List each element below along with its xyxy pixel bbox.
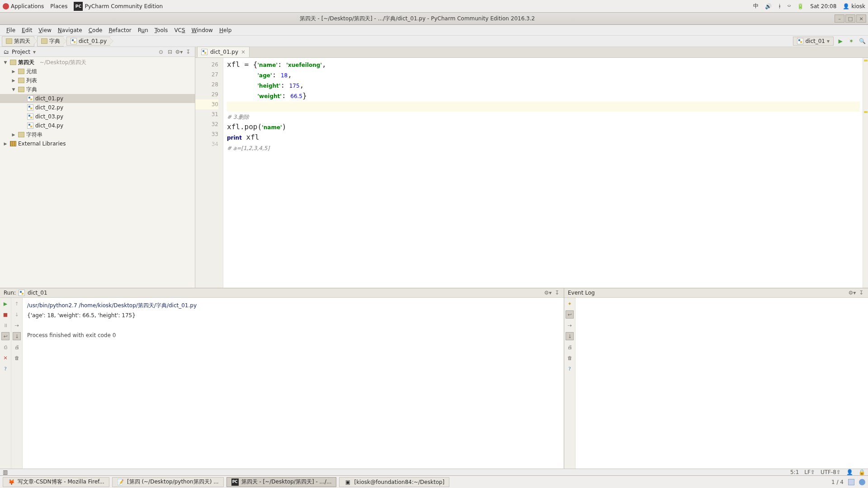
tree-folder-open[interactable]: ▼字典 [0,85,195,94]
workspace-indicator[interactable]: 1 / 4 [831,479,844,485]
chevron-down-icon[interactable]: ▾ [33,49,36,55]
places-menu[interactable]: Places [50,3,67,9]
balloon-icon[interactable]: ✦ [566,300,574,308]
applications-menu[interactable]: Applications [3,3,44,9]
menu-window[interactable]: Window [189,26,216,34]
menu-help[interactable]: Help [217,26,234,34]
run-header-label[interactable]: Run: [4,290,16,296]
tray-info-icon[interactable] [859,479,865,485]
print-icon[interactable]: 🖨 [566,343,574,351]
down-button[interactable]: ↓ [13,310,21,319]
tree-file[interactable]: dict_04.py [0,121,195,130]
menu-code[interactable]: Code [86,26,105,34]
pycharm-icon: PC [231,479,239,486]
menu-file[interactable]: File [4,26,18,34]
hide-icon[interactable]: ↧ [554,290,560,296]
event-log-label[interactable]: Event Log [568,290,595,296]
tree-folder[interactable]: ▶列表 [0,76,195,85]
search-everywhere[interactable]: 🔍 [858,37,866,45]
help-button[interactable]: ? [1,365,9,373]
user-menu[interactable]: 👤 kiosk [843,3,865,9]
crumb-folder[interactable]: 字典 [37,36,64,47]
menu-run[interactable]: Run [135,26,151,34]
hide-icon[interactable]: ↧ [858,290,864,296]
lock-icon[interactable]: 🔒 [859,469,865,475]
menu-view[interactable]: View [36,26,54,34]
window-minimize[interactable]: – [835,14,844,23]
gear-icon[interactable]: ⚙▾ [176,49,182,55]
run-config-select[interactable]: dict_01▾ [793,37,834,46]
clear-button[interactable]: 🗑 [13,354,21,362]
tree-folder[interactable]: ▶元组 [0,67,195,76]
menu-edit[interactable]: Edit [19,26,35,34]
tree-file[interactable]: dict_02.py [0,103,195,112]
terminal-icon: ▣ [344,479,351,486]
ime-indicator[interactable]: 中 [753,2,759,10]
menu-navigate[interactable]: Navigate [55,26,85,34]
menu-vcs[interactable]: VCS [171,26,188,34]
dump-threads[interactable]: ⎙ [1,343,9,351]
hide-icon[interactable]: ↧ [185,49,191,55]
file-encoding[interactable]: UTF-8⇧ [821,469,841,475]
console-output[interactable]: /usr/bin/python2.7 /home/kiosk/Desktop/第… [23,298,564,469]
run-config-name[interactable]: dict_01 [28,290,47,296]
menu-tools[interactable]: Tools [152,26,171,34]
tool-window-quick-access[interactable]: ▥ [3,469,8,475]
stop-button[interactable]: ■ [1,310,9,319]
battery-icon[interactable]: 🔋 [797,3,804,9]
soft-wrap-icon[interactable]: ↩ [566,310,574,319]
wrap-button[interactable]: ⇢ [13,321,21,329]
menu-refactor[interactable]: Refactor [106,26,134,34]
inspection-indicator[interactable]: 👤 [846,469,853,475]
warning-marker[interactable] [864,111,868,113]
warning-marker[interactable] [864,60,868,61]
crumb-root[interactable]: 第四天 [2,36,34,47]
project-header[interactable]: 🗂 Project ▾ ⊙ ⊟ ⚙▾ ↧ [0,47,195,57]
window-close[interactable]: × [856,14,866,23]
pycharm-taskbar-entry[interactable]: PCPyCharm Community Edition [74,2,163,11]
crumb-file[interactable]: dict_01.py [66,37,110,46]
caret-position[interactable]: 5:1 [790,469,799,475]
toggle-soft-wrap[interactable]: ↩ [1,332,9,340]
project-tool-window: 🗂 Project ▾ ⊙ ⊟ ⚙▾ ↧ ▼第四天 ~/Desktop/第四天 … [0,47,195,288]
debug-button[interactable]: ✶ [847,37,855,45]
show-desktop[interactable] [848,479,854,485]
line-gutter[interactable]: 262728293031323334 [195,58,223,288]
error-stripe[interactable] [863,58,868,288]
tree-folder[interactable]: ▶字符串 [0,130,195,139]
run-button[interactable]: ▶ [836,37,844,45]
pause-button[interactable]: ⏸ [1,321,9,329]
task-editor[interactable]: 📝[第四 (~/Desktop/python第四天) ... [112,477,224,487]
tree-file[interactable]: dict_03.py [0,112,195,121]
tree-root[interactable]: ▼第四天 ~/Desktop/第四天 [0,58,195,67]
scroll-icon[interactable]: ⤓ [566,332,574,340]
gear-icon[interactable]: ⚙▾ [545,290,551,296]
bluetooth-icon[interactable]: ᚼ [778,3,781,9]
code-editor[interactable]: 262728293031323334 xfl = {'name': 'xuefe… [195,58,868,288]
help-icon[interactable]: ? [566,365,574,373]
folder-icon [6,38,12,44]
window-maximize[interactable]: □ [845,14,855,23]
up-button[interactable]: ↑ [13,300,21,308]
task-firefox[interactable]: 🦊写文章-CSDN博客 - Mozilla Firef... [3,477,109,487]
tree-external-libs[interactable]: ▶External Libraries [0,139,195,148]
collapse-all-icon[interactable]: ⊟ [167,49,173,55]
line-separator[interactable]: LF⇧ [804,469,815,475]
scroll-from-source-icon[interactable]: ⊙ [158,49,164,55]
print-button[interactable]: 🖨 [13,343,21,351]
wifi-icon[interactable]: ⌔ [788,3,791,9]
rerun-button[interactable]: ▶ [1,300,9,308]
close-button[interactable]: ✕ [1,354,9,362]
task-pycharm[interactable]: PC第四天 - [~/Desktop/第四天] - .../... [226,477,337,487]
filters-icon[interactable]: ⇢ [566,321,574,329]
clear-icon[interactable]: 🗑 [566,354,574,362]
task-terminal[interactable]: ▣[kiosk@foundation84:~/Desktop] [339,477,449,487]
editor-tab[interactable]: dict_01.py× [197,47,250,57]
tree-file-selected[interactable]: dict_01.py [0,94,195,103]
project-tree[interactable]: ▼第四天 ~/Desktop/第四天 ▶元组 ▶列表 ▼字典 dict_01.p… [0,57,195,288]
scroll-end-button[interactable]: ⤓ [13,332,21,340]
close-icon[interactable]: × [241,49,245,55]
volume-icon[interactable]: 🔊 [765,3,772,9]
gear-icon[interactable]: ⚙▾ [849,290,855,296]
clock[interactable]: Sat 20:08 [810,3,836,9]
